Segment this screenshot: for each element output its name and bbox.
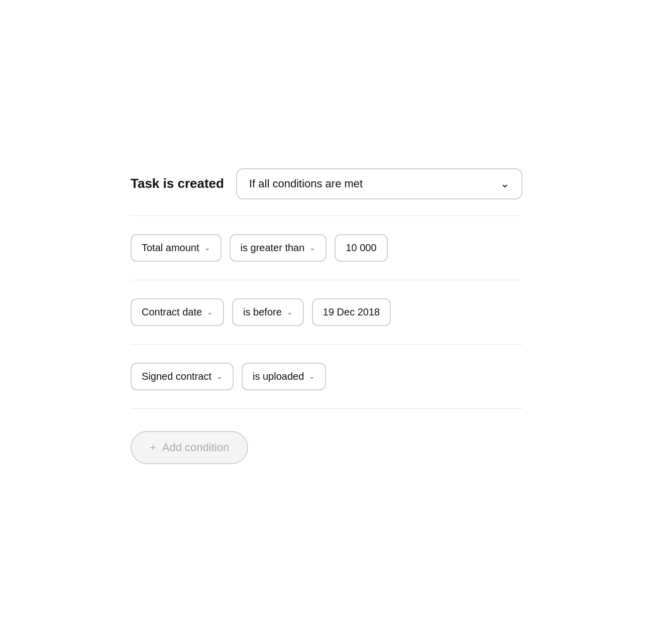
operator-label-2: is before [243, 306, 282, 318]
add-condition-button[interactable]: + Add condition [131, 431, 248, 464]
chevron-icon-2: ⌄ [207, 308, 213, 316]
condition-row-2: Contract date ⌄ is before ⌄ 19 Dec 2018 [131, 286, 522, 338]
chevron-down-icon: ⌄ [500, 177, 509, 190]
value-label-1: 10 000 [346, 242, 376, 253]
trigger-label: Task is created [131, 176, 224, 191]
operator-dropdown-1[interactable]: is greater than ⌄ [230, 234, 327, 262]
field-label-2: Contract date [142, 306, 202, 318]
conditions-panel: Task is created If all conditions are me… [100, 148, 553, 496]
divider-2 [131, 280, 522, 280]
add-condition-row: + Add condition [131, 415, 522, 476]
value-field-1[interactable]: 10 000 [335, 234, 387, 262]
chevron-icon-1: ⌄ [204, 244, 210, 252]
add-condition-label: Add condition [162, 441, 229, 454]
condition-row-3: Signed contract ⌄ is uploaded ⌄ [131, 351, 522, 402]
header-row: Task is created If all conditions are me… [131, 168, 522, 199]
divider-4 [131, 408, 522, 409]
field-dropdown-3[interactable]: Signed contract ⌄ [131, 363, 234, 390]
chevron-icon-3: ⌄ [216, 372, 223, 380]
plus-icon: + [150, 441, 156, 454]
divider-1 [131, 216, 522, 216]
chevron-icon-op-2: ⌄ [287, 308, 293, 316]
chevron-icon-op-1: ⌄ [309, 244, 315, 252]
value-field-2[interactable]: 19 Dec 2018 [312, 298, 391, 326]
value-label-2: 19 Dec 2018 [323, 306, 380, 317]
operator-label-1: is greater than [241, 242, 305, 254]
field-dropdown-2[interactable]: Contract date ⌄ [131, 298, 224, 326]
chevron-icon-op-3: ⌄ [309, 372, 315, 380]
divider-3 [131, 344, 522, 345]
field-dropdown-1[interactable]: Total amount ⌄ [131, 234, 222, 262]
operator-dropdown-3[interactable]: is uploaded ⌄ [242, 363, 326, 390]
condition-row-1: Total amount ⌄ is greater than ⌄ 10 000 [131, 222, 522, 274]
operator-dropdown-2[interactable]: is before ⌄ [232, 298, 304, 326]
operator-label-3: is uploaded [253, 371, 304, 382]
conditions-select[interactable]: If all conditions are met ⌄ [236, 168, 522, 199]
field-label-1: Total amount [142, 242, 199, 254]
conditions-select-label: If all conditions are met [249, 177, 363, 190]
field-label-3: Signed contract [142, 371, 211, 382]
